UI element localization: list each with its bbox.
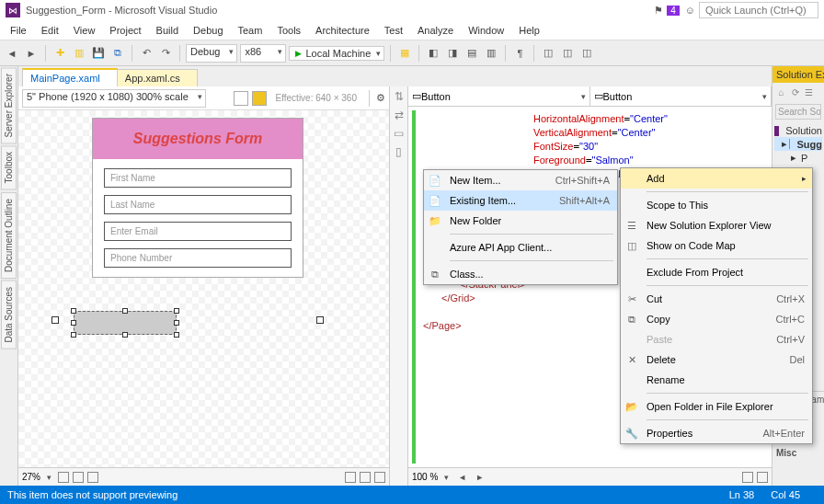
redo-icon[interactable]: ↷	[157, 45, 174, 62]
ctx-properties[interactable]: 🔧PropertiesAlt+Enter	[621, 423, 812, 443]
ctx-codemap[interactable]: ◫Show on Code Map	[621, 235, 812, 256]
menu-test[interactable]: Test	[378, 23, 409, 38]
tab-data-sources[interactable]: Data Sources	[1, 281, 17, 349]
ctx-cut[interactable]: ✂CutCtrl+X	[621, 289, 812, 309]
status-bar: This item does not support previewing Ln…	[0, 486, 824, 504]
swap-panes-icon[interactable]: ⇅	[395, 90, 404, 103]
save-all-icon[interactable]: ⧉	[109, 45, 126, 62]
split-v-icon[interactable]: ▯	[395, 145, 402, 158]
menu-architecture[interactable]: Architecture	[309, 23, 376, 38]
tab-server-explorer[interactable]: Server Explorer	[1, 67, 17, 143]
menu-window[interactable]: Window	[462, 23, 510, 38]
file-icon: 📄	[429, 174, 441, 187]
code-nav-right-icon[interactable]: ►	[473, 473, 486, 482]
menu-file[interactable]: File	[4, 23, 33, 38]
ctx-exclude[interactable]: Exclude From Project	[621, 262, 812, 282]
tab-toolbox[interactable]: Toolbox	[1, 145, 17, 189]
device-combo[interactable]: 5" Phone (1920 x 1080) 300% scale	[22, 89, 206, 108]
ctx-new-view[interactable]: ☰New Solution Explorer View	[621, 215, 812, 235]
orient-portrait-icon[interactable]	[234, 91, 248, 106]
zoom-grid2-icon[interactable]	[73, 472, 84, 483]
context-menu-add[interactable]: 📄New Item...Ctrl+Shift+A 📄Existing Item.…	[423, 169, 618, 285]
delete-icon: ✕	[625, 353, 638, 366]
tb-para-icon[interactable]: ¶	[511, 45, 528, 62]
feedback-icon[interactable]: ☺	[685, 5, 695, 16]
ctx-rename[interactable]: Rename	[621, 370, 812, 390]
zoom-snap-icon[interactable]	[345, 472, 356, 483]
code-scope-combo[interactable]: ▭ Button	[408, 86, 590, 106]
split-h-icon[interactable]: ▭	[394, 127, 404, 140]
input-lastname[interactable]: Last Name	[104, 195, 292, 214]
menu-project[interactable]: Project	[103, 23, 147, 38]
platform-combo[interactable]: x86	[240, 44, 286, 63]
ctx-azure-api[interactable]: Azure API App Client...	[424, 237, 617, 258]
menu-tools[interactable]: Tools	[270, 23, 307, 38]
orient-landscape-icon[interactable]	[252, 91, 267, 106]
input-phone[interactable]: Phone Number	[104, 248, 292, 268]
tab-doc-outline[interactable]: Document Outline	[1, 192, 17, 279]
menu-debug[interactable]: Debug	[187, 23, 229, 38]
code-nav-left-icon[interactable]: ◄	[455, 473, 469, 482]
run-button[interactable]: Local Machine	[289, 46, 384, 61]
menu-build[interactable]: Build	[150, 23, 185, 38]
tb-ext1-icon[interactable]: ◫	[540, 45, 556, 62]
menu-team[interactable]: Team	[232, 23, 269, 38]
ctx-scope[interactable]: Scope to This	[621, 195, 812, 215]
code-split-v-icon[interactable]	[757, 472, 768, 483]
open-icon[interactable]: ▥	[71, 45, 87, 62]
quick-launch-input[interactable]	[699, 2, 818, 18]
sol-home-icon[interactable]: ⌂	[775, 86, 787, 98]
design-canvas[interactable]: Suggestions Form First Name Last Name En…	[18, 110, 389, 467]
context-menu-main[interactable]: Add▸ Scope to This ☰New Solution Explore…	[620, 167, 813, 444]
input-firstname[interactable]: First Name	[104, 168, 292, 188]
ctx-copy[interactable]: ⧉CopyCtrl+C	[621, 309, 812, 329]
config-combo[interactable]: Debug	[186, 44, 237, 63]
zoom-grid3-icon[interactable]	[87, 472, 98, 483]
zoom-grid-icon[interactable]	[360, 472, 371, 483]
sync-icon[interactable]: ⇄	[395, 109, 404, 121]
tb-ext2-icon[interactable]: ◫	[559, 45, 576, 62]
ctx-add[interactable]: Add▸	[621, 168, 812, 189]
code-member-combo[interactable]: ▭ Button	[590, 86, 772, 106]
undo-icon[interactable]: ↶	[138, 45, 154, 62]
ctx-existing-item[interactable]: 📄Existing Item...Shift+Alt+A	[424, 190, 617, 211]
tb-comment-icon[interactable]: ▤	[464, 45, 480, 62]
ctx-new-item[interactable]: 📄New Item...Ctrl+Shift+A	[424, 170, 617, 190]
folder-icon: 📁	[429, 214, 441, 227]
align-handle-right[interactable]	[316, 316, 324, 324]
ctx-delete[interactable]: ✕DeleteDel	[621, 349, 812, 370]
menu-view[interactable]: View	[67, 23, 102, 38]
sol-refresh-icon[interactable]: ⟳	[789, 86, 801, 98]
ctx-open-folder[interactable]: 📂Open Folder in File Explorer	[621, 396, 812, 417]
nav-fwd-icon[interactable]: ►	[23, 45, 40, 62]
code-split-h-icon[interactable]	[742, 472, 753, 483]
input-email[interactable]: Enter Email	[104, 222, 292, 241]
ctx-paste: PasteCtrl+V	[621, 329, 812, 349]
flag-icon[interactable]: ⚑	[654, 5, 663, 17]
code-zoom[interactable]: 100 %	[412, 472, 438, 482]
zoom-guides-icon[interactable]	[374, 472, 385, 483]
menu-edit[interactable]: Edit	[35, 23, 65, 38]
tb-ext3-icon[interactable]: ◫	[578, 45, 595, 62]
save-icon[interactable]: 💾	[90, 45, 107, 62]
ctx-new-folder[interactable]: 📁New Folder	[424, 211, 617, 231]
new-icon[interactable]: ✚	[52, 45, 68, 62]
settings-gear-icon[interactable]: ⚙	[376, 92, 385, 104]
selected-button[interactable]	[74, 311, 177, 335]
tb-outdent-icon[interactable]: ◧	[425, 45, 441, 62]
ctx-class[interactable]: ⧉Class...	[424, 264, 617, 284]
solution-search-input[interactable]: Search Solutio	[775, 104, 821, 120]
notification-badge[interactable]: 4	[667, 6, 680, 16]
tab-appxaml[interactable]: App.xaml.cs	[117, 69, 198, 86]
zoom-left[interactable]: 27%	[22, 472, 40, 482]
tab-mainpage[interactable]: MainPage.xaml	[22, 68, 118, 86]
tb-indent-icon[interactable]: ◨	[444, 45, 461, 62]
sol-showall-icon[interactable]: ☰	[803, 86, 815, 98]
menu-help[interactable]: Help	[512, 23, 546, 38]
tb-extra1-icon[interactable]: ▦	[396, 45, 413, 62]
menu-analyze[interactable]: Analyze	[411, 23, 460, 38]
nav-back-icon[interactable]: ◄	[4, 45, 20, 62]
align-handle-left[interactable]	[52, 316, 59, 324]
zoom-grid1-icon[interactable]	[58, 472, 69, 483]
tb-uncomment-icon[interactable]: ▥	[483, 45, 499, 62]
